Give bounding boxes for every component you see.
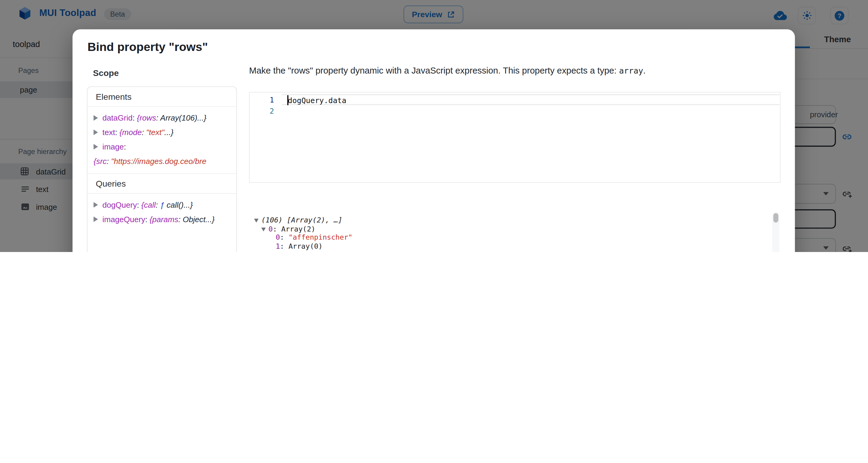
scope-entry[interactable]: imageQuery: {params: Object...} [93,212,230,226]
tree-row: 1: Array(0) [251,242,777,251]
scope-segment: : [107,157,111,165]
scope-label: Scope [93,68,119,78]
tree-row[interactable]: 0: Array(2) [251,224,777,233]
scope-segment: : [142,128,146,136]
expand-arrow-icon[interactable] [93,202,98,207]
object-preview: {mode: "text"...} [119,128,173,136]
tree-segment: "affenpinscher" [288,233,352,242]
code-line[interactable]: dogQuery.data [288,96,346,104]
scope-segment: dataGrid [102,114,133,122]
scope-segment: : [124,142,126,151]
scope-segment: "text" [146,128,164,136]
expand-arrow-icon[interactable] [93,216,98,222]
dialog-description: Make the "rows" property dynamic with a … [249,66,646,76]
scope-segment: dogQuery [102,200,137,209]
description-period: . [643,66,646,75]
scope-segment: : Object...} [179,215,215,224]
scope-entry[interactable]: dataGrid: {rows: Array(106)...} [93,111,230,125]
bind-property-dialog: Bind property "rows" Scope Elements data… [73,29,795,252]
collapse-arrow-icon[interactable] [254,219,258,223]
elements-header: Elements [87,87,236,107]
line-number: 2 [250,107,274,115]
queries-list: dogQuery: {call: ƒ call()...}imageQuery:… [87,194,236,232]
scope-segment: {call [141,200,156,209]
scope-segment: {params [150,215,179,224]
expected-type: array [619,66,643,75]
scope-segment: ...} [164,128,173,136]
scope-segment: image [102,142,124,151]
scope-segment: : [115,128,119,136]
scope-entry[interactable]: text: {mode: "text"...} [93,125,230,140]
scope-segment: text [102,128,115,136]
scope-segment: : [133,114,137,122]
tree-row[interactable]: (106) [Array(2), …] [251,216,777,224]
scope-segment: : [137,200,141,209]
screen: MUI Toolpad Beta Preview [0,0,868,252]
scope-segment: {mode [119,128,142,136]
tree-segment: : Array(0) [280,242,323,250]
scope-panel: Elements dataGrid: {rows: Array(106)...}… [87,87,237,252]
scope-segment: ƒ [160,200,164,209]
vertical-scrollbar [772,212,779,252]
tree-row: 0: "affenpinscher" [251,233,777,242]
vertical-scrollbar-thumb[interactable] [773,213,778,222]
queries-header: Queries [87,173,236,194]
dialog-title: Bind property "rows" [87,40,208,54]
tree-segment: : Array(2) [273,251,315,252]
description-text: Make the "rows" property dynamic with a … [249,66,619,75]
object-preview: {params: Object...} [150,215,215,224]
scope-segment: "https://images.dog.ceo/bre [111,157,206,165]
scope-segment: call()...} [164,200,193,209]
tree-row[interactable]: 1: Array(2) [251,251,777,252]
object-preview: {call: ƒ call()...} [141,200,193,209]
js-expression-editor[interactable]: 1 2 dogQuery.data [249,92,781,183]
object-preview: {src: "https://images.dog.ceo/bre [93,157,206,165]
tree-segment: (106) [Array(2), …] [261,216,342,224]
scope-segment: {src [93,157,106,165]
result-preview-tree: (106) [Array(2), …]0: Array(2)0: "affenp… [251,216,777,252]
tree-segment: 1 [269,251,273,252]
collapse-arrow-icon[interactable] [261,227,266,231]
tree-segment: 1 [276,242,280,250]
tree-segment: 0 [276,233,280,242]
scope-entry[interactable]: dogQuery: {call: ƒ call()...} [93,198,230,212]
expand-arrow-icon[interactable] [93,115,98,121]
scope-entry[interactable]: image: {src: "https://images.dog.ceo/bre [93,140,230,168]
text-cursor [287,95,288,105]
scope-segment: imageQuery [102,215,145,224]
tree-segment: : [280,233,288,242]
scope-segment: : [156,200,160,209]
scope-segment: : Array(106)...} [156,114,207,122]
scope-segment: {rows [137,114,156,122]
tree-segment: 0 [269,224,273,233]
scope-segment: : [145,215,150,224]
expand-arrow-icon[interactable] [93,130,98,135]
expand-arrow-icon[interactable] [93,144,98,150]
current-line-highlight [282,94,779,105]
line-number: 1 [250,96,274,104]
tree-segment: : Array(2) [273,224,315,233]
object-preview: {rows: Array(106)...} [137,114,207,122]
elements-list: dataGrid: {rows: Array(106)...}text: {mo… [87,107,236,173]
